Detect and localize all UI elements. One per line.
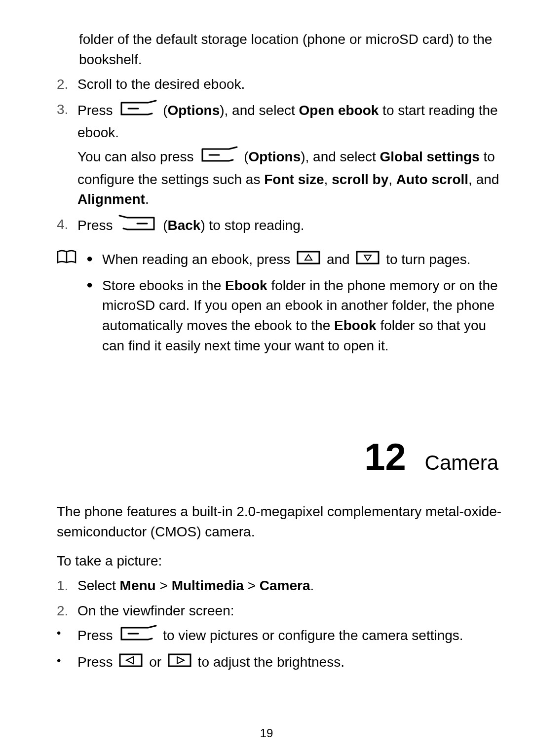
options-label: Options (167, 103, 220, 118)
camera-intro: The phone features a built-in 2.0-megapi… (57, 502, 503, 542)
alignment-label: Alignment (77, 191, 145, 207)
left-key-icon (118, 653, 143, 674)
note-bullet-1: ● When reading an ebook, press and (86, 250, 503, 270)
step-number: 3. (57, 100, 77, 143)
camera-take-picture: To take a picture: (57, 551, 503, 571)
step-number: 2. (57, 601, 77, 621)
right-key-icon (167, 653, 192, 674)
bullet-dot: ● (86, 276, 102, 356)
ebook-folder-label: Ebook (225, 278, 267, 293)
step-text: Select Menu > Multimedia > Camera. (77, 576, 503, 596)
scroll-by-label: scroll by (332, 172, 388, 187)
camera-step-2: 2. On the viewfinder screen: (57, 601, 503, 621)
step-number: 4. (57, 215, 77, 238)
bullet-dot: • (57, 652, 77, 673)
step-4: 4. Press (Back) to stop reading. (57, 215, 503, 238)
left-softkey-icon (118, 100, 157, 123)
bullet-dot: • (57, 625, 77, 648)
global-settings-label: Global settings (380, 149, 480, 164)
auto-scroll-label: Auto scroll (396, 172, 468, 187)
book-icon (57, 252, 76, 267)
manual-page: folder of the default storage location (… (0, 0, 533, 756)
step-text: On the viewfinder screen: (77, 601, 503, 621)
step-number: 1. (57, 576, 77, 596)
down-key-icon (355, 250, 380, 271)
open-ebook-label: Open ebook (299, 103, 379, 118)
step-3-sub: You can also press (Options), and select… (77, 146, 503, 210)
svg-rect-2 (120, 654, 142, 666)
page-number: 19 (0, 725, 533, 742)
note-bullet-2: ● Store ebooks in the Ebook folder in th… (86, 276, 503, 356)
step-text: Press (Back) to stop reading. (77, 215, 503, 238)
svg-rect-0 (298, 252, 319, 264)
menu-label: Menu (120, 578, 156, 593)
note-block: ● When reading an ebook, press and (57, 250, 503, 361)
camera-label: Camera (260, 578, 310, 593)
right-softkey-icon (118, 215, 157, 238)
chapter-number: 12 (364, 430, 406, 484)
step-2: 2. Scroll to the desired ebook. (57, 75, 503, 95)
camera-step-1: 1. Select Menu > Multimedia > Camera. (57, 576, 503, 596)
up-key-icon (296, 250, 321, 271)
options-label: Options (248, 149, 301, 164)
chapter-heading: 12 Camera (30, 430, 503, 484)
bullet-dot: ● (86, 250, 102, 270)
step-text: Scroll to the desired ebook. (77, 75, 503, 95)
svg-rect-3 (169, 654, 190, 666)
left-softkey-icon (118, 625, 157, 648)
camera-bullet-2: • Press or to adjust the brightness. (57, 652, 503, 673)
back-label: Back (167, 218, 200, 233)
multimedia-label: Multimedia (172, 578, 244, 593)
camera-bullet-1: • Press to view pictures or configure th… (57, 625, 503, 648)
left-softkey-icon (199, 146, 238, 170)
svg-rect-1 (357, 252, 379, 264)
step-3: 3. Press (Options), and select Open eboo… (57, 100, 503, 143)
ebook-folder-label: Ebook (334, 318, 377, 333)
step-number: 2. (57, 75, 77, 95)
step-text: Press (Options), and select Open ebook t… (77, 100, 503, 143)
continued-step-text: folder of the default storage location (… (79, 30, 503, 70)
chapter-title: Camera (425, 448, 498, 478)
font-size-label: Font size (264, 172, 324, 187)
